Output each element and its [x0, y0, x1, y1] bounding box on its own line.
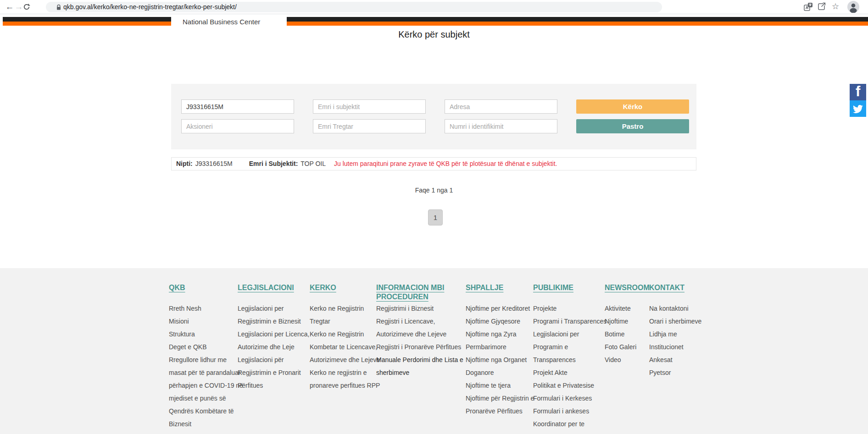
- footer-link[interactable]: Njoftime nga OrganetDoganore: [466, 353, 534, 379]
- bookmark-star-icon[interactable]: ☆: [830, 0, 840, 14]
- footer-link-line: Njoftime nga Organet: [466, 353, 534, 366]
- clear-button[interactable]: Pastro: [576, 119, 689, 133]
- footer-link[interactable]: Njoftime Gjyqesore: [466, 315, 534, 328]
- trade-name-input[interactable]: [313, 119, 426, 133]
- footer-link-line: Transparences: [533, 353, 606, 366]
- footer-link-line: Na kontaktoni: [649, 302, 701, 315]
- footer-link-line: Projekt Akte: [533, 366, 606, 379]
- profile-avatar[interactable]: [847, 1, 859, 13]
- footer-link-line: Projekte: [533, 302, 606, 315]
- footer-link-line: Regjistrimin e Biznesit: [238, 315, 309, 328]
- footer-link[interactable]: Aktivitete: [605, 302, 636, 315]
- footer-link[interactable]: Njoftime: [605, 315, 636, 328]
- footer-link[interactable]: Njoftime për Regjistrin ePronarëve Përfi…: [466, 392, 534, 418]
- footer-link[interactable]: Njoftime nga ZyraPermbarimore: [466, 328, 534, 353]
- footer-link[interactable]: Manuale Perdorimi dhe Lista esherbimeve: [376, 353, 463, 379]
- footer-column: QKBRreth NeshMisioniStrukturaDeget e QKB…: [169, 268, 238, 434]
- footer-link[interactable]: Koordinator per te: [533, 418, 606, 430]
- footer-link[interactable]: Rreth Nesh: [169, 302, 243, 315]
- footer-heading[interactable]: LEGJISLACIONI: [238, 283, 310, 292]
- url-bar[interactable]: qkb.gov.al/kerko/kerko-ne-regjistrin-tre…: [46, 2, 662, 12]
- footer-link-line: Kombetar te Licencave,: [310, 341, 380, 353]
- footer-link-line: Regjistri i Pronarëve Përfitues: [376, 341, 463, 353]
- footer-link[interactable]: Pyetsor: [649, 366, 701, 379]
- footer-link[interactable]: Misioni: [169, 315, 243, 328]
- footer-link[interactable]: Formulari i Kerkeses: [533, 392, 606, 405]
- footer-link-line: mjediset e punës së: [169, 392, 243, 405]
- footer-link-line: Rregullore lidhur me: [169, 353, 243, 366]
- footer-link[interactable]: Projekt Akte: [533, 366, 606, 379]
- footer-link[interactable]: Foto Galeri: [605, 341, 636, 353]
- footer-link[interactable]: Struktura: [169, 328, 243, 341]
- footer-link[interactable]: Lidhja meInstitucionet: [649, 328, 701, 353]
- footer-column: INFORMACION MBI PROCEDURENRegjistrimi i …: [376, 268, 466, 434]
- footer-link[interactable]: Projekte: [533, 302, 606, 315]
- footer-link-line: Programin e: [533, 341, 606, 353]
- footer-link[interactable]: Regjistri i Pronarëve Përfitues: [376, 341, 463, 353]
- facebook-icon[interactable]: f: [850, 84, 866, 100]
- back-icon[interactable]: ←: [5, 0, 14, 14]
- footer-link-line: Njoftime per Kreditoret: [466, 302, 534, 315]
- footer-link[interactable]: Regjistri i Licencave,Autorizimeve dhe L…: [376, 315, 463, 341]
- footer-column: PUBLIKIMEProjekteProgrami i Transparence…: [533, 268, 605, 434]
- footer-link[interactable]: Legjislacioni perRegjistrimin e Biznesit: [238, 302, 309, 328]
- footer-link-line: Autorizime dhe Leje: [238, 341, 309, 353]
- footer-link-line: Njoftime Gjyqesore: [466, 315, 534, 328]
- footer-link-line: Politikat e Privatesise: [533, 379, 606, 392]
- footer-link[interactable]: Rregullore lidhur memasat për të paranda…: [169, 353, 243, 430]
- footer-heading[interactable]: INFORMACION MBI PROCEDUREN: [376, 283, 466, 302]
- footer-link[interactable]: Formulari i ankeses: [533, 405, 606, 418]
- lock-icon: [56, 4, 61, 11]
- nipt-input[interactable]: [181, 99, 294, 114]
- subject-name-input[interactable]: [313, 99, 426, 114]
- footer-link-list: Legjislacioni perRegjistrimin e Biznesit…: [238, 302, 309, 392]
- share-icon[interactable]: [817, 2, 826, 11]
- footer-link-line: Kerko ne regjistrin e: [310, 366, 380, 379]
- footer-heading[interactable]: PUBLIKIME: [533, 283, 605, 292]
- footer-link[interactable]: Programi i Transparences: [533, 315, 606, 328]
- footer-link-line: Legjislacioni për: [238, 353, 309, 366]
- footer-link[interactable]: Deget e QKB: [169, 341, 243, 353]
- footer-link[interactable]: Njoftime per Kreditoret: [466, 302, 534, 315]
- url-text[interactable]: qkb.gov.al/kerko/kerko-ne-regjistrin-tre…: [63, 2, 237, 12]
- footer-heading[interactable]: NEWSROOM: [605, 283, 649, 292]
- footer-link-line: Qendrës Kombëtare të: [169, 405, 243, 418]
- footer-link-line: Doganore: [466, 366, 534, 379]
- footer-heading[interactable]: QKB: [169, 283, 238, 292]
- footer-link[interactable]: Ankesat: [649, 353, 701, 366]
- footer-link-line: përhapjen e COVID-19 në: [169, 379, 243, 392]
- refresh-icon[interactable]: [23, 3, 30, 11]
- footer-link[interactable]: Video: [605, 353, 636, 366]
- footer-link[interactable]: Botime: [605, 328, 636, 341]
- footer-link-line: Video: [605, 353, 636, 366]
- footer-link-list: Kerko ne RegjistrinTregtarKerko ne Regji…: [310, 302, 380, 392]
- footer-link[interactable]: Politikat e Privatesise: [533, 379, 606, 392]
- footer-link[interactable]: Kerko ne RegjistrinTregtar: [310, 302, 380, 328]
- address-input[interactable]: [445, 99, 557, 114]
- footer-link[interactable]: Orari i sherbimeve: [649, 315, 701, 328]
- footer-link[interactable]: Regjistrimi i Biznesit: [376, 302, 463, 315]
- footer-link-line: Pyetsor: [649, 366, 701, 379]
- page-title: Kërko për subjekt: [0, 29, 868, 40]
- footer-link[interactable]: Legjislacioni perProgramin eTransparence…: [533, 328, 606, 366]
- search-button[interactable]: Kërko: [576, 99, 689, 114]
- shareholder-input[interactable]: [181, 119, 294, 133]
- footer-heading[interactable]: KONTAKT: [649, 283, 704, 292]
- footer-link[interactable]: Legjislacioni përRegjistrimin e Pronarit…: [238, 353, 309, 392]
- footer-link[interactable]: Kerko ne RegjistrinKombetar te Licencave…: [310, 328, 380, 366]
- footer-link[interactable]: Kerko ne regjistrin epronareve perfitues…: [310, 366, 380, 392]
- forward-icon[interactable]: →: [14, 0, 23, 14]
- search-panel: Kërko Pastro: [171, 84, 696, 149]
- twitter-icon[interactable]: [850, 100, 866, 117]
- translate-icon[interactable]: [803, 2, 813, 12]
- footer-link[interactable]: Legjislacioni per Licenca,Autorizime dhe…: [238, 328, 309, 353]
- footer-heading[interactable]: SHPALLJE: [466, 283, 533, 292]
- footer-heading[interactable]: KERKO: [310, 283, 376, 292]
- site-brand-tab[interactable]: National Business Center: [171, 14, 287, 28]
- footer-link[interactable]: Na kontaktoni: [649, 302, 701, 315]
- footer-column: KONTAKTNa kontaktoniOrari i sherbimeveLi…: [649, 268, 704, 434]
- footer-link-line: Kerko ne Regjistrin: [310, 328, 380, 341]
- identification-number-input[interactable]: [445, 119, 557, 133]
- footer-link[interactable]: Njoftime te tjera: [466, 379, 534, 392]
- pagination-page-1[interactable]: 1: [428, 209, 443, 225]
